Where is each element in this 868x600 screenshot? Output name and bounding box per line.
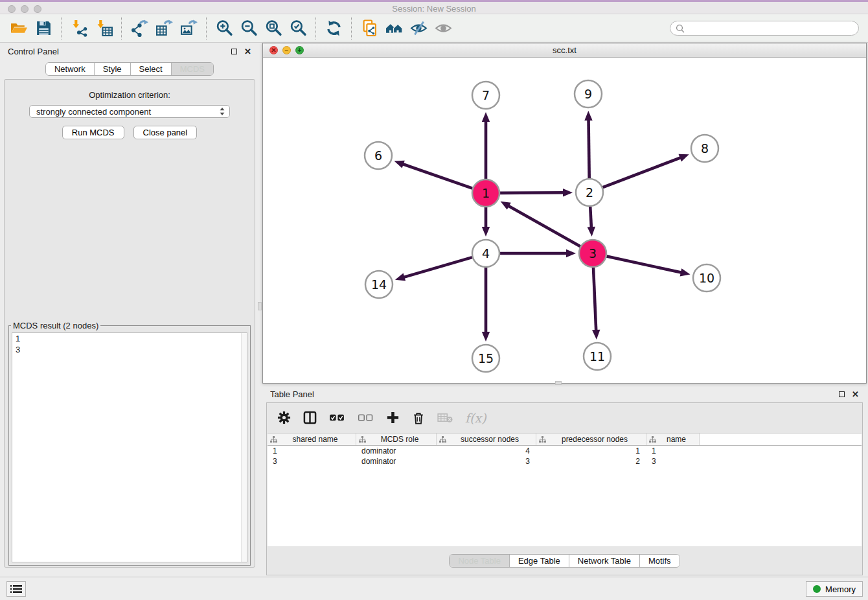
deselect-all-rows-button[interactable] [358,412,374,423]
column-header-successor-nodes[interactable]: successor nodes [437,433,536,445]
select-all-rows-icon [329,412,345,423]
table-tab-motifs[interactable]: Motifs [639,555,680,567]
export-table-button[interactable] [152,17,176,40]
svg-text:9: 9 [584,87,592,101]
table-settings-button[interactable] [277,411,291,424]
table-panel-close-icon[interactable]: ✕ [852,390,859,398]
graph-edge-4-3[interactable] [500,249,576,257]
titlebar: Session: New Session [0,0,868,14]
graph-node-2[interactable]: 2 [576,179,603,206]
export-network-button[interactable] [127,17,152,40]
table-panel-float-icon[interactable] [839,391,845,397]
table-tab-network-table[interactable]: Network Table [569,555,639,567]
delete-columns-icon [412,411,425,424]
graph-edge-2-9[interactable] [584,111,592,178]
graph-edge-4-15[interactable] [482,268,490,341]
graph-node-7[interactable]: 7 [472,82,499,109]
window-title: Session: New Session [0,4,868,14]
svg-text:15: 15 [478,351,494,365]
graph-node-10[interactable]: 10 [693,264,720,292]
criterion-select[interactable]: strongly connected component [29,105,230,118]
graph-node-9[interactable]: 9 [575,80,602,108]
tab-select[interactable]: Select [130,63,171,75]
show-panels-button[interactable] [6,581,26,597]
control-panel-float-icon[interactable] [231,49,237,54]
table-cell: 2 [536,457,646,466]
tab-style[interactable]: Style [94,63,130,75]
table-cell: dominator [356,457,437,466]
graph-node-1[interactable]: 1 [472,179,499,207]
control-panel-header: Control Panel ✕ [0,43,259,60]
duplicate-network-button[interactable] [357,17,382,40]
network-close-icon[interactable]: ✕ [269,46,278,54]
graph-node-11[interactable]: 11 [584,343,611,370]
tab-network[interactable]: Network [46,63,94,75]
column-header-shared-name[interactable]: shared name [268,433,356,445]
apply-function-icon: f(x) [465,411,486,425]
column-sort-icon [270,436,277,443]
graph-node-4[interactable]: 4 [472,240,499,267]
network-canvas[interactable]: 7968124314101511 [263,58,866,383]
first-neighbors-button[interactable] [382,17,406,40]
select-all-rows-button[interactable] [329,412,345,423]
import-network-icon [71,19,88,37]
toolbar-separator [206,17,207,40]
graph-edge-1-4[interactable] [482,207,490,237]
memory-button[interactable]: Memory [806,581,863,597]
graph-edge-2-8[interactable] [603,154,689,187]
export-image-button[interactable] [176,17,201,40]
delete-columns-button[interactable] [412,411,425,424]
graph-edge-1-6[interactable] [394,161,473,189]
zoom-fit-button[interactable] [261,17,286,40]
toolbar-separator [61,17,62,40]
svg-text:3: 3 [589,246,597,260]
table-tab-edge-table[interactable]: Edge Table [509,555,569,567]
table-row[interactable]: 3dominator323 [268,456,862,467]
graph-node-3[interactable]: 3 [579,240,606,267]
graph-edge-3-10[interactable] [607,257,691,277]
refresh-layout-icon [325,19,343,37]
zoom-selected-button[interactable] [286,17,310,40]
graph-edge-3-11[interactable] [592,268,600,340]
column-header-mcds-role[interactable]: MCDS role [356,433,437,445]
hide-graphics-details-button[interactable] [406,17,431,40]
graph-edge-4-14[interactable] [395,257,472,281]
column-header-predecessor-nodes[interactable]: predecessor nodes [536,433,646,445]
run-mcds-button[interactable]: Run MCDS [62,126,124,139]
search-input[interactable] [685,23,858,33]
zoom-in-button[interactable] [212,17,236,40]
zoom-out-icon [240,19,258,37]
table-row[interactable]: 1dominator411 [268,446,862,456]
network-minimize-icon[interactable]: − [282,46,291,54]
table-cell: 3 [646,457,700,466]
hide-graphics-details-icon [410,19,428,37]
graph-edge-1-2[interactable] [500,189,573,196]
save-session-button[interactable] [31,17,56,40]
zoom-out-button[interactable] [236,17,261,40]
add-column-button[interactable] [386,411,400,424]
table-tabs: Node TableEdge TableNetwork TableMotifs [449,554,680,568]
graph-node-14[interactable]: 14 [365,271,393,298]
tab-mcds[interactable]: MCDS [171,63,213,75]
table-cell: 1 [536,446,646,456]
import-network-button[interactable] [67,17,91,40]
close-panel-button[interactable]: Close panel [133,126,198,139]
graph-edge-3-1[interactable] [501,202,580,246]
window-resize-grip[interactable] [555,381,562,385]
panel-splitter-grip[interactable] [258,302,262,310]
column-sort-icon [359,436,366,443]
import-table-button[interactable] [91,17,116,40]
graph-node-6[interactable]: 6 [365,142,392,169]
table-tab-node-table[interactable]: Node Table [450,555,509,567]
split-panel-button[interactable] [303,411,317,424]
control-panel-close-icon[interactable]: ✕ [244,47,251,56]
open-file-button[interactable] [6,17,31,40]
graph-edge-2-3[interactable] [588,207,595,237]
graph-node-8[interactable]: 8 [691,135,718,162]
column-header-name[interactable]: name [646,433,700,445]
mcds-result-scrollbar[interactable] [241,333,247,562]
network-maximize-icon[interactable]: + [295,46,304,54]
graph-node-15[interactable]: 15 [472,345,499,372]
graph-edge-1-7[interactable] [482,112,490,179]
refresh-layout-button[interactable] [321,17,346,40]
